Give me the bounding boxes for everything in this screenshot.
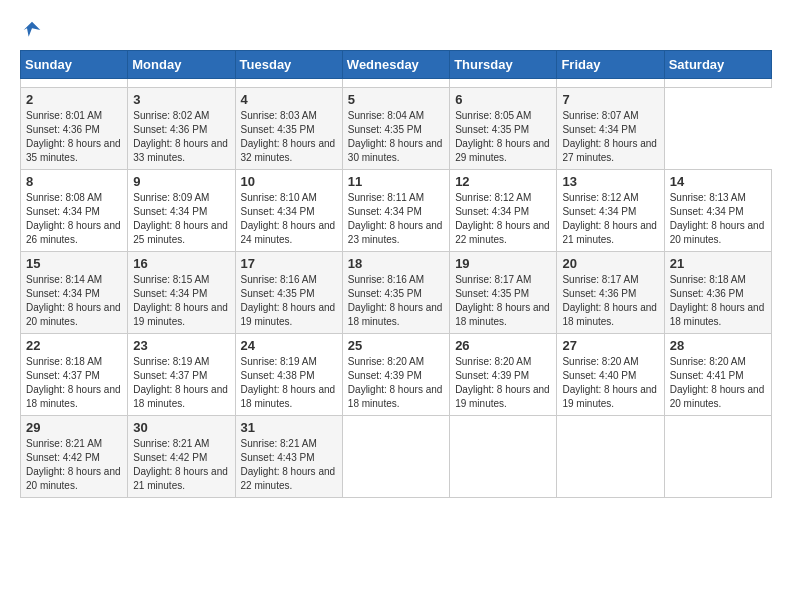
- calendar-cell: 21 Sunrise: 8:18 AM Sunset: 4:36 PM Dayl…: [664, 252, 771, 334]
- calendar-cell: [128, 79, 235, 88]
- calendar-cell: 19 Sunrise: 8:17 AM Sunset: 4:35 PM Dayl…: [450, 252, 557, 334]
- calendar-header-friday: Friday: [557, 51, 664, 79]
- calendar-header-monday: Monday: [128, 51, 235, 79]
- calendar-week-0: [21, 79, 772, 88]
- day-number: 30: [133, 420, 229, 435]
- calendar-cell: 29 Sunrise: 8:21 AM Sunset: 4:42 PM Dayl…: [21, 416, 128, 498]
- day-info: Sunrise: 8:09 AM Sunset: 4:34 PM Dayligh…: [133, 191, 229, 247]
- day-info: Sunrise: 8:04 AM Sunset: 4:35 PM Dayligh…: [348, 109, 444, 165]
- day-number: 26: [455, 338, 551, 353]
- day-number: 9: [133, 174, 229, 189]
- day-number: 12: [455, 174, 551, 189]
- calendar-cell: 25 Sunrise: 8:20 AM Sunset: 4:39 PM Dayl…: [342, 334, 449, 416]
- day-number: 7: [562, 92, 658, 107]
- calendar-cell: 24 Sunrise: 8:19 AM Sunset: 4:38 PM Dayl…: [235, 334, 342, 416]
- calendar-cell: 5 Sunrise: 8:04 AM Sunset: 4:35 PM Dayli…: [342, 88, 449, 170]
- calendar-week-1: 2 Sunrise: 8:01 AM Sunset: 4:36 PM Dayli…: [21, 88, 772, 170]
- calendar-cell: 17 Sunrise: 8:16 AM Sunset: 4:35 PM Dayl…: [235, 252, 342, 334]
- day-number: 31: [241, 420, 337, 435]
- calendar-cell: 6 Sunrise: 8:05 AM Sunset: 4:35 PM Dayli…: [450, 88, 557, 170]
- day-number: 18: [348, 256, 444, 271]
- calendar-week-2: 8 Sunrise: 8:08 AM Sunset: 4:34 PM Dayli…: [21, 170, 772, 252]
- day-info: Sunrise: 8:07 AM Sunset: 4:34 PM Dayligh…: [562, 109, 658, 165]
- day-number: 3: [133, 92, 229, 107]
- calendar-cell: 18 Sunrise: 8:16 AM Sunset: 4:35 PM Dayl…: [342, 252, 449, 334]
- day-info: Sunrise: 8:02 AM Sunset: 4:36 PM Dayligh…: [133, 109, 229, 165]
- calendar-week-5: 29 Sunrise: 8:21 AM Sunset: 4:42 PM Dayl…: [21, 416, 772, 498]
- day-info: Sunrise: 8:15 AM Sunset: 4:34 PM Dayligh…: [133, 273, 229, 329]
- calendar-cell: 15 Sunrise: 8:14 AM Sunset: 4:34 PM Dayl…: [21, 252, 128, 334]
- day-info: Sunrise: 8:20 AM Sunset: 4:40 PM Dayligh…: [562, 355, 658, 411]
- calendar-cell: 13 Sunrise: 8:12 AM Sunset: 4:34 PM Dayl…: [557, 170, 664, 252]
- calendar-header-wednesday: Wednesday: [342, 51, 449, 79]
- calendar-cell: [450, 416, 557, 498]
- calendar-cell: 20 Sunrise: 8:17 AM Sunset: 4:36 PM Dayl…: [557, 252, 664, 334]
- calendar-cell: [342, 79, 449, 88]
- day-info: Sunrise: 8:03 AM Sunset: 4:35 PM Dayligh…: [241, 109, 337, 165]
- day-info: Sunrise: 8:21 AM Sunset: 4:43 PM Dayligh…: [241, 437, 337, 493]
- day-info: Sunrise: 8:21 AM Sunset: 4:42 PM Dayligh…: [26, 437, 122, 493]
- day-info: Sunrise: 8:20 AM Sunset: 4:39 PM Dayligh…: [455, 355, 551, 411]
- calendar-cell: 8 Sunrise: 8:08 AM Sunset: 4:34 PM Dayli…: [21, 170, 128, 252]
- day-number: 25: [348, 338, 444, 353]
- calendar-cell: [235, 79, 342, 88]
- calendar-cell: 23 Sunrise: 8:19 AM Sunset: 4:37 PM Dayl…: [128, 334, 235, 416]
- calendar-cell: 9 Sunrise: 8:09 AM Sunset: 4:34 PM Dayli…: [128, 170, 235, 252]
- day-info: Sunrise: 8:20 AM Sunset: 4:41 PM Dayligh…: [670, 355, 766, 411]
- day-info: Sunrise: 8:17 AM Sunset: 4:35 PM Dayligh…: [455, 273, 551, 329]
- day-number: 20: [562, 256, 658, 271]
- calendar-header-saturday: Saturday: [664, 51, 771, 79]
- calendar-header-tuesday: Tuesday: [235, 51, 342, 79]
- day-number: 27: [562, 338, 658, 353]
- calendar-cell: 22 Sunrise: 8:18 AM Sunset: 4:37 PM Dayl…: [21, 334, 128, 416]
- day-info: Sunrise: 8:18 AM Sunset: 4:36 PM Dayligh…: [670, 273, 766, 329]
- day-number: 4: [241, 92, 337, 107]
- day-info: Sunrise: 8:12 AM Sunset: 4:34 PM Dayligh…: [562, 191, 658, 247]
- calendar-cell: [557, 416, 664, 498]
- calendar-cell: 3 Sunrise: 8:02 AM Sunset: 4:36 PM Dayli…: [128, 88, 235, 170]
- calendar-header-sunday: Sunday: [21, 51, 128, 79]
- day-number: 24: [241, 338, 337, 353]
- calendar-cell: [342, 416, 449, 498]
- calendar-body: 2 Sunrise: 8:01 AM Sunset: 4:36 PM Dayli…: [21, 79, 772, 498]
- calendar-cell: 27 Sunrise: 8:20 AM Sunset: 4:40 PM Dayl…: [557, 334, 664, 416]
- day-number: 2: [26, 92, 122, 107]
- calendar-cell: 11 Sunrise: 8:11 AM Sunset: 4:34 PM Dayl…: [342, 170, 449, 252]
- calendar-cell: [21, 79, 128, 88]
- day-number: 15: [26, 256, 122, 271]
- calendar-cell: 10 Sunrise: 8:10 AM Sunset: 4:34 PM Dayl…: [235, 170, 342, 252]
- day-number: 14: [670, 174, 766, 189]
- calendar-cell: 16 Sunrise: 8:15 AM Sunset: 4:34 PM Dayl…: [128, 252, 235, 334]
- day-info: Sunrise: 8:16 AM Sunset: 4:35 PM Dayligh…: [348, 273, 444, 329]
- calendar-cell: 14 Sunrise: 8:13 AM Sunset: 4:34 PM Dayl…: [664, 170, 771, 252]
- calendar-cell: [557, 79, 664, 88]
- day-number: 6: [455, 92, 551, 107]
- day-number: 19: [455, 256, 551, 271]
- day-info: Sunrise: 8:05 AM Sunset: 4:35 PM Dayligh…: [455, 109, 551, 165]
- calendar-cell: 28 Sunrise: 8:20 AM Sunset: 4:41 PM Dayl…: [664, 334, 771, 416]
- calendar-cell: 31 Sunrise: 8:21 AM Sunset: 4:43 PM Dayl…: [235, 416, 342, 498]
- calendar-cell: 12 Sunrise: 8:12 AM Sunset: 4:34 PM Dayl…: [450, 170, 557, 252]
- calendar-cell: 30 Sunrise: 8:21 AM Sunset: 4:42 PM Dayl…: [128, 416, 235, 498]
- day-number: 13: [562, 174, 658, 189]
- page-header: [20, 20, 772, 40]
- calendar-cell: 26 Sunrise: 8:20 AM Sunset: 4:39 PM Dayl…: [450, 334, 557, 416]
- logo-icon: [22, 20, 42, 40]
- day-number: 17: [241, 256, 337, 271]
- day-info: Sunrise: 8:01 AM Sunset: 4:36 PM Dayligh…: [26, 109, 122, 165]
- calendar-header-thursday: Thursday: [450, 51, 557, 79]
- day-info: Sunrise: 8:08 AM Sunset: 4:34 PM Dayligh…: [26, 191, 122, 247]
- day-number: 8: [26, 174, 122, 189]
- day-info: Sunrise: 8:19 AM Sunset: 4:38 PM Dayligh…: [241, 355, 337, 411]
- calendar-cell: [450, 79, 557, 88]
- calendar-cell: [664, 416, 771, 498]
- day-number: 11: [348, 174, 444, 189]
- day-number: 23: [133, 338, 229, 353]
- day-number: 28: [670, 338, 766, 353]
- day-info: Sunrise: 8:11 AM Sunset: 4:34 PM Dayligh…: [348, 191, 444, 247]
- calendar-week-4: 22 Sunrise: 8:18 AM Sunset: 4:37 PM Dayl…: [21, 334, 772, 416]
- day-info: Sunrise: 8:12 AM Sunset: 4:34 PM Dayligh…: [455, 191, 551, 247]
- day-number: 10: [241, 174, 337, 189]
- calendar-week-3: 15 Sunrise: 8:14 AM Sunset: 4:34 PM Dayl…: [21, 252, 772, 334]
- day-info: Sunrise: 8:21 AM Sunset: 4:42 PM Dayligh…: [133, 437, 229, 493]
